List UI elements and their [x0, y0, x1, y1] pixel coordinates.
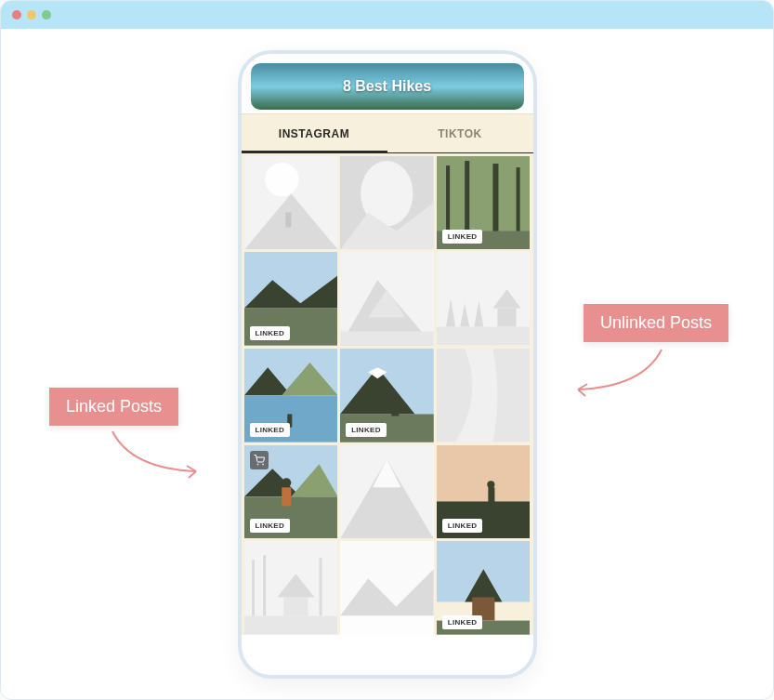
unlinked-overlay — [437, 252, 531, 346]
maximize-icon[interactable] — [42, 10, 51, 20]
linked-badge: LINKED — [442, 519, 483, 533]
annotation-linked-label: Linked Posts — [66, 397, 162, 416]
svg-point-44 — [257, 464, 258, 465]
content-area: Linked Posts Unlinked Posts 8 Best Hikes… — [1, 29, 773, 699]
close-icon[interactable] — [12, 10, 21, 20]
post-item[interactable]: LINKED — [437, 445, 531, 539]
svg-rect-49 — [437, 445, 531, 501]
unlinked-overlay — [437, 349, 531, 442]
post-item[interactable] — [340, 252, 434, 346]
svg-rect-51 — [488, 487, 494, 504]
post-item[interactable]: LINKED — [244, 349, 338, 442]
annotation-unlinked: Unlinked Posts — [584, 304, 728, 342]
svg-point-45 — [262, 464, 263, 465]
post-item[interactable] — [244, 541, 338, 635]
svg-point-52 — [487, 481, 494, 488]
cart-icon — [250, 451, 269, 469]
arrow-linked-icon — [103, 427, 215, 482]
linked-badge: LINKED — [442, 615, 483, 629]
svg-rect-42 — [282, 487, 291, 506]
phone-frame: 8 Best Hikes INSTAGRAM TIKTOK LINKEDLINK… — [238, 50, 537, 679]
post-item[interactable]: LINKED — [437, 541, 531, 635]
annotation-linked: Linked Posts — [49, 388, 178, 426]
post-item[interactable]: LINKED — [244, 445, 338, 539]
linked-badge: LINKED — [250, 519, 291, 533]
tab-tiktok-label: TIKTOK — [438, 127, 481, 140]
post-item[interactable]: LINKED — [244, 252, 338, 346]
unlinked-overlay — [340, 156, 434, 250]
tab-instagram-label: INSTAGRAM — [279, 127, 349, 140]
browser-header — [1, 1, 773, 29]
page-title: 8 Best Hikes — [343, 78, 431, 95]
unlinked-overlay — [340, 541, 434, 635]
tabs: INSTAGRAM TIKTOK — [242, 113, 533, 153]
linked-badge: LINKED — [250, 326, 291, 340]
post-item[interactable]: LINKED — [340, 349, 434, 442]
post-item[interactable] — [437, 252, 531, 346]
unlinked-overlay — [244, 541, 338, 635]
linked-badge: LINKED — [250, 423, 291, 437]
post-item[interactable] — [340, 445, 434, 539]
post-item[interactable] — [244, 156, 338, 250]
svg-rect-36 — [392, 395, 400, 416]
unlinked-overlay — [340, 445, 434, 539]
linked-badge: LINKED — [442, 230, 483, 244]
post-item[interactable]: LINKED — [437, 156, 531, 250]
post-grid: LINKEDLINKEDLINKEDLINKEDLINKEDLINKEDLINK… — [242, 153, 533, 635]
post-item[interactable] — [340, 156, 434, 250]
annotation-unlinked-label: Unlinked Posts — [600, 313, 712, 332]
header-banner[interactable]: 8 Best Hikes — [251, 63, 524, 110]
svg-rect-8 — [446, 165, 450, 241]
svg-point-43 — [282, 478, 291, 487]
tab-tiktok[interactable]: TIKTOK — [387, 114, 533, 153]
linked-badge: LINKED — [346, 423, 387, 437]
arrow-unlinked-icon — [559, 345, 671, 401]
unlinked-overlay — [340, 252, 434, 346]
post-item[interactable] — [437, 349, 531, 442]
browser-window: Linked Posts Unlinked Posts 8 Best Hikes… — [0, 0, 774, 700]
minimize-icon[interactable] — [27, 10, 36, 20]
tab-instagram[interactable]: INSTAGRAM — [242, 114, 387, 153]
unlinked-overlay — [244, 156, 338, 250]
post-item[interactable] — [340, 541, 434, 635]
